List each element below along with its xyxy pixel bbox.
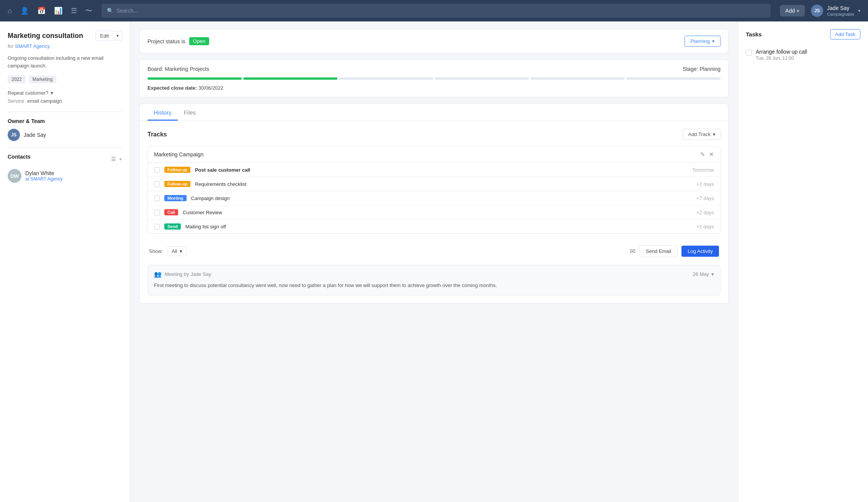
close-track-icon[interactable]: ✕ [709, 151, 714, 158]
divider-2 [8, 147, 122, 148]
menu-icon[interactable]: ☰ [71, 7, 77, 15]
activity-date: 26 May ▾ [693, 271, 714, 277]
activity-header: 👥 Meeting by Jade Say 26 May ▾ [154, 271, 714, 278]
track-checkbox-2[interactable] [154, 195, 160, 201]
status-bar: Project status is Open Planning ▾ [139, 29, 729, 53]
sidebar: Marketing consultation Edit ▾ for SMART … [0, 21, 130, 502]
activity-chevron-icon[interactable]: ▾ [711, 271, 714, 277]
service-value: email campaign [27, 98, 62, 104]
tab-history[interactable]: History [147, 104, 178, 121]
activity-text: First meeting to discuss potential consu… [154, 282, 714, 290]
track-item-name-1: Requirements checklist [195, 181, 692, 187]
content-card: Tracks Add Track ▾ Marketing Campaign ✎ … [139, 121, 729, 303]
track-item-due-1: +2 days [696, 181, 714, 187]
nav-right: Add + JS Jade Say Campaignable ▾ [780, 5, 860, 17]
track-checkbox-4[interactable] [154, 224, 160, 230]
task-date-0: Tue, 28 Jun, 11:00 [756, 56, 807, 61]
track-item-name-4: Mailing list sign off [185, 224, 692, 230]
progress-segment-5 [531, 77, 625, 80]
track-badge-3: Call [164, 209, 178, 215]
repeat-label: Repeat customer? [8, 90, 48, 96]
progress-bar [147, 77, 721, 80]
track-item-1: Follow-up Requirements checklist +2 days [148, 177, 720, 191]
description: Ongoing consultation including a new ema… [8, 54, 122, 69]
for-link[interactable]: for SMART Agency [8, 43, 122, 49]
task-name-0: Arrange follow up call [756, 49, 807, 55]
wave-icon[interactable]: 〜 [85, 6, 92, 15]
add-track-chevron-icon: ▾ [713, 131, 716, 137]
progress-segment-2 [243, 77, 337, 80]
status-text: Project status is [147, 38, 185, 44]
owner-item: JS Jade Say [8, 129, 122, 141]
repeat-chevron-icon[interactable]: ▾ [51, 90, 53, 96]
show-actions: ✉ Send Email Log Activity [630, 245, 719, 257]
log-activity-button[interactable]: Log Activity [681, 246, 719, 257]
for-label: for [8, 43, 13, 49]
avatar: JS [811, 5, 823, 17]
task-checkbox-0[interactable] [746, 49, 752, 56]
search-icon: 🔍 [107, 8, 113, 14]
board-name: Marketing Projects [165, 66, 209, 72]
track-checkbox-0[interactable] [154, 167, 160, 173]
contact-name: Dylan White [25, 170, 63, 176]
track-checkbox-3[interactable] [154, 210, 160, 215]
track-actions: ✎ ✕ [700, 151, 714, 158]
add-contact-icon[interactable]: + [119, 156, 122, 162]
edit-track-icon[interactable]: ✎ [700, 151, 705, 158]
center-panel: Project status is Open Planning ▾ Board:… [130, 21, 738, 502]
contact-details: Dylan White at SMART Agency [25, 170, 63, 182]
person-icon[interactable]: 👤 [20, 7, 29, 15]
track-badge-4: Send [164, 223, 181, 230]
track-checkbox-1[interactable] [154, 181, 160, 187]
board-info: Board: Marketing Projects Stage: Plannin… [139, 59, 729, 97]
contact-org[interactable]: at SMART Agency [25, 176, 63, 182]
tab-files[interactable]: Files [178, 104, 202, 121]
user-info[interactable]: JS Jade Say Campaignable ▾ [811, 5, 860, 17]
email-compose-icon[interactable]: ✉ [630, 247, 635, 256]
track-name: Marketing Campaign [154, 151, 203, 157]
nav-icons: ⌂ 👤 📅 📊 ☰ 〜 [8, 6, 92, 15]
edit-button[interactable]: Edit [95, 31, 113, 41]
task-details-0: Arrange follow up call Tue, 28 Jun, 11:0… [756, 49, 807, 61]
user-name: Jade Say [827, 5, 854, 11]
send-email-button[interactable]: Send Email [639, 245, 678, 257]
tabs-bar: History Files [139, 103, 729, 121]
calendar-icon[interactable]: 📅 [37, 7, 46, 15]
close-date-label: Expected close date: [147, 85, 197, 91]
tag-year[interactable]: 2022 [8, 75, 26, 83]
tracks-header: Tracks Add Track ▾ [147, 129, 721, 140]
show-select[interactable]: All ▾ [167, 246, 186, 256]
board-text: Board: Marketing Projects [147, 66, 209, 72]
top-navigation: ⌂ 👤 📅 📊 ☰ 〜 🔍 Add + JS Jade Say Campaign… [0, 0, 868, 21]
user-org: Campaignable [827, 11, 854, 17]
list-icon[interactable]: ☰ [111, 156, 116, 162]
edit-caret-button[interactable]: ▾ [113, 31, 122, 41]
divider-1 [8, 112, 122, 112]
chevron-down-icon: ▾ [858, 8, 860, 13]
tag-category[interactable]: Marketing [29, 75, 57, 83]
track-item-name-0: Post sale customer call [195, 167, 688, 173]
track-item-due-3: +2 days [696, 210, 714, 215]
search-input[interactable] [116, 8, 765, 14]
board-row: Board: Marketing Projects Stage: Plannin… [147, 66, 721, 72]
board-label: Board: [147, 66, 163, 72]
track-item-4: Send Mailing list sign off +2 days [148, 220, 720, 233]
add-task-button[interactable]: Add Task [830, 29, 860, 39]
contacts-title: Contacts [8, 154, 31, 160]
close-date-value: 30/06/2022 [198, 85, 223, 91]
activity-meeting-icon: 👥 [154, 271, 162, 278]
planning-chevron-icon: ▾ [712, 38, 715, 44]
contact-avatar: DW [8, 169, 21, 183]
add-button[interactable]: Add + [780, 5, 805, 16]
planning-button[interactable]: Planning ▾ [685, 36, 721, 47]
add-track-button[interactable]: Add Track ▾ [683, 129, 721, 140]
main-layout: Marketing consultation Edit ▾ for SMART … [0, 21, 868, 502]
show-label: Show: [149, 248, 163, 254]
smart-agency-link[interactable]: SMART Agency [15, 43, 50, 49]
repeat-row: Repeat customer? ▾ [8, 90, 122, 96]
home-icon[interactable]: ⌂ [8, 7, 12, 15]
tasks-title: Tasks [746, 31, 762, 38]
chart-icon[interactable]: 📊 [54, 7, 62, 15]
activity-meta: 👥 Meeting by Jade Say [154, 271, 211, 278]
show-bar: Show: All ▾ ✉ Send Email Log Activity [147, 240, 721, 257]
